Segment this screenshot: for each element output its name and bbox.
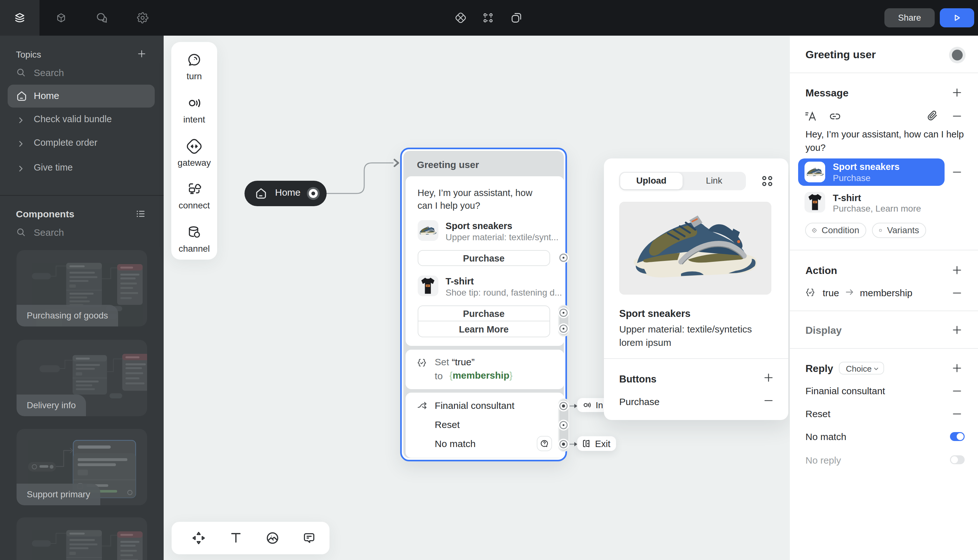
svg-text:IF: IF [814, 230, 815, 231]
